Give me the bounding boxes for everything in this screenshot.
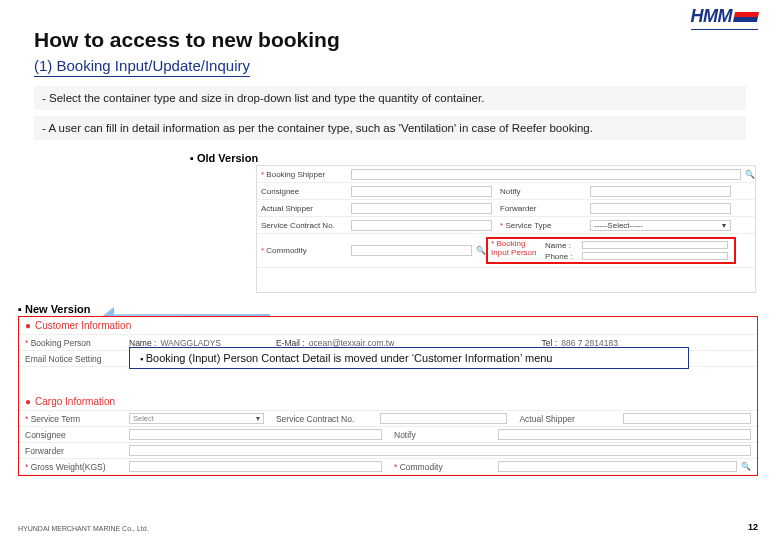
label-actual-shipper: Actual Shipper xyxy=(257,204,347,213)
forwarder-input[interactable] xyxy=(129,445,751,456)
booking-person-name-value: WANGGLADYS xyxy=(160,338,221,348)
booking-input-person-group: Booking Input Person Name : Phone : xyxy=(486,237,736,264)
consignee-input[interactable] xyxy=(351,186,492,197)
instruction-list: - Select the container type and size in … xyxy=(34,86,746,146)
page-title: How to access to new booking xyxy=(34,28,340,52)
label-gross-weight: Gross Weight(KGS) xyxy=(25,462,125,472)
label-svc-type: Service Type xyxy=(496,221,586,230)
brand-logo: HMM xyxy=(691,6,759,27)
notify-input[interactable] xyxy=(590,186,731,197)
booking-shipper-input[interactable] xyxy=(351,169,741,180)
section-cargo-info: Cargo Information xyxy=(35,396,115,407)
footer-text: HYUNDAI MERCHANT MARINE Co., Ltd. xyxy=(18,525,149,532)
label-booking-shipper: Booking Shipper xyxy=(257,170,347,179)
label-service-term: Service Term xyxy=(25,414,125,424)
forwarder-input[interactable] xyxy=(590,203,731,214)
label-email-notice: Email Notice Setting xyxy=(25,354,125,364)
label-consignee: Consignee xyxy=(257,187,347,196)
label-tel: Tel : xyxy=(542,338,558,348)
svc-contract-input[interactable] xyxy=(380,413,508,424)
booking-person-tel-value: 886 7 2814183 xyxy=(561,338,618,348)
bip-name-input[interactable] xyxy=(582,241,728,249)
service-term-select[interactable]: Select xyxy=(129,413,264,424)
label-name: Name : xyxy=(129,338,156,348)
old-version-screenshot: Booking Shipper 🔍 Consignee Notify Actua… xyxy=(256,165,756,293)
label-forwarder: Forwarder xyxy=(25,446,125,456)
label-commodity: Commodity xyxy=(257,246,347,255)
callout-box: Booking (Input) Person Contact Detail is… xyxy=(129,347,689,369)
label-notify: Notify xyxy=(394,430,494,440)
label-actual-shipper: Actual Shipper xyxy=(519,414,619,424)
label-svc-contract: Service Contract No. xyxy=(276,414,376,424)
old-version-label: Old Version xyxy=(190,152,258,164)
label-svc-contract: Service Contract No. xyxy=(257,221,347,230)
logo-text: HMM xyxy=(691,6,733,27)
service-type-select[interactable]: -----Select----- xyxy=(590,220,731,231)
slide: HMM How to access to new booking (1) Boo… xyxy=(0,0,780,540)
search-icon[interactable]: 🔍 xyxy=(741,462,751,471)
new-version-screenshot: ●Customer Information Booking PersonName… xyxy=(18,316,758,476)
notify-input[interactable] xyxy=(498,429,751,440)
instruction-item: - A user can fill in detail information … xyxy=(34,116,746,140)
svc-contract-input[interactable] xyxy=(351,220,492,231)
new-version-label: New Version xyxy=(18,303,90,315)
label-email: E-Mail : xyxy=(276,338,305,348)
commodity-input[interactable] xyxy=(351,245,472,256)
search-icon[interactable]: 🔍 xyxy=(476,246,486,255)
label-forwarder: Forwarder xyxy=(496,204,586,213)
section-customer-info: Customer Information xyxy=(35,320,131,331)
commodity-input[interactable] xyxy=(498,461,737,472)
gross-weight-input[interactable] xyxy=(129,461,382,472)
actual-shipper-input[interactable] xyxy=(623,413,751,424)
booking-person-email-value: ocean@texxair.com.tw xyxy=(309,338,395,348)
actual-shipper-input[interactable] xyxy=(351,203,492,214)
consignee-input[interactable] xyxy=(129,429,382,440)
page-number: 12 xyxy=(748,522,758,532)
search-icon[interactable]: 🔍 xyxy=(745,170,755,179)
label-notify: Notify xyxy=(496,187,586,196)
label-bip: Booking Input Person xyxy=(491,239,536,257)
instruction-item: - Select the container type and size in … xyxy=(34,86,746,110)
logo-flag-icon xyxy=(733,12,759,22)
label-booking-person: Booking Person xyxy=(25,338,125,348)
bip-phone-input[interactable] xyxy=(582,252,728,260)
label-name: Name : xyxy=(545,241,575,250)
label-phone: Phone : xyxy=(545,252,575,261)
label-consignee: Consignee xyxy=(25,430,125,440)
label-commodity: Commodity xyxy=(394,462,494,472)
page-subtitle: (1) Booking Input/Update/Inquiry xyxy=(34,57,250,77)
